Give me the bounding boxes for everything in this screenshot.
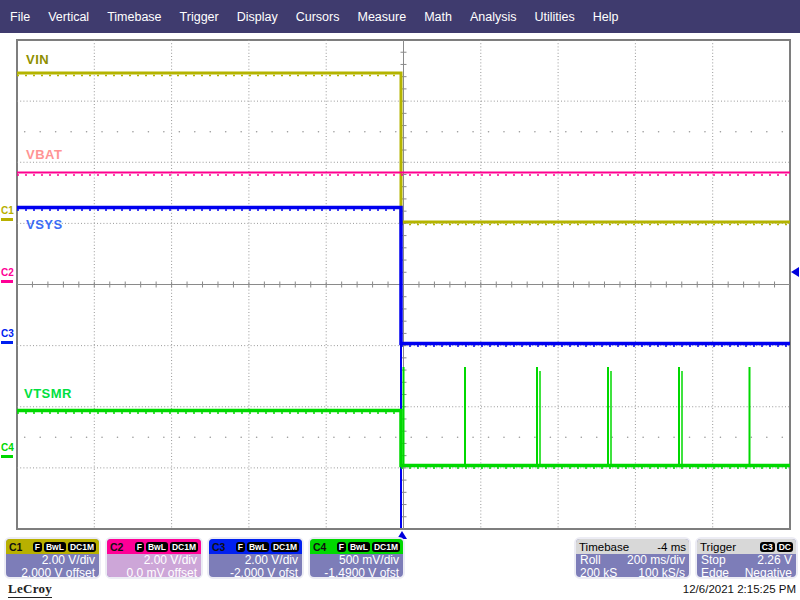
- channel-descriptor-c3-header: C3 F BwL DC1M: [209, 539, 302, 554]
- channel-marker-c2-label: C2: [1, 268, 16, 278]
- channel-descriptor-c2-header: C2 F BwL DC1M: [107, 539, 201, 554]
- menu-item-utilities[interactable]: Utilities: [525, 10, 583, 24]
- channel-id: C1: [9, 541, 22, 553]
- channel-descriptor-c4[interactable]: C4 F BwL DC1M 500 mV/div -1.4900 V ofst: [308, 537, 405, 579]
- menu-item-display[interactable]: Display: [228, 10, 287, 24]
- channel-badges: F BwL DC1M: [236, 542, 299, 552]
- trace-label-vin: VIN: [26, 52, 49, 67]
- channel-descriptor-c3-body: 2.00 V/div -2.000 V ofst: [209, 554, 302, 579]
- trigger-body: Stop 2.26 V Edge Negative: [697, 554, 796, 579]
- channel-marker-c4-bar: [1, 455, 13, 458]
- timebase-body: Roll 200 ms/div 200 kS 100 kS/s: [576, 554, 689, 579]
- timebase-delay: -4 ms: [657, 541, 686, 553]
- channel-marker-c1[interactable]: C1: [1, 206, 16, 221]
- channel-descriptor-c3[interactable]: C3 F BwL DC1M 2.00 V/div -2.000 V ofst: [207, 537, 304, 579]
- menu-item-file[interactable]: File: [1, 10, 39, 24]
- menu-item-cursors[interactable]: Cursors: [287, 10, 349, 24]
- waveform-display: [0, 33, 800, 530]
- lecroy-logo: LeCroy: [8, 581, 52, 598]
- coupling-badge: DC1M: [68, 542, 96, 552]
- trace-label-vbat: VBAT: [26, 147, 62, 162]
- trigger-coupling-badge: DC: [777, 542, 793, 552]
- sample-rate: 100 kS/s: [638, 567, 685, 579]
- menu-item-analysis[interactable]: Analysis: [461, 10, 526, 24]
- menu-bar: File Vertical Timebase Trigger Display C…: [0, 0, 800, 33]
- channel-descriptor-c4-header: C4 F BwL DC1M: [310, 539, 403, 554]
- channel-descriptor-c2[interactable]: C2 F BwL DC1M 2.00 V/div 0.0 mV offset: [105, 537, 203, 579]
- channel-descriptor-c1[interactable]: C1 F BwL DC1M 2.00 V/div 2.000 V offset: [4, 537, 101, 579]
- oscilloscope-window: File Vertical Timebase Trigger Display C…: [0, 0, 800, 600]
- channel-descriptor-c4-body: 500 mV/div -1.4900 V ofst: [310, 554, 403, 579]
- trigger-header: Trigger C3 DC: [697, 539, 796, 554]
- bandwidth-limit-badge: BwL: [146, 542, 168, 552]
- timebase-header: Timebase -4 ms: [576, 539, 689, 554]
- trigger-level-marker-icon[interactable]: [791, 267, 799, 277]
- timebase-title: Timebase: [579, 541, 629, 553]
- coupling-badge: DC1M: [271, 542, 299, 552]
- filter-badge: F: [33, 542, 42, 552]
- trigger-type: Edge: [701, 567, 729, 579]
- channel-marker-c1-label: C1: [1, 206, 16, 216]
- channel-descriptor-c2-body: 2.00 V/div 0.0 mV offset: [107, 554, 201, 579]
- trace-label-vtsmr: VTSMR: [24, 386, 72, 401]
- filter-badge: F: [236, 542, 245, 552]
- offset-value: 2.000 V offset: [10, 567, 95, 579]
- menu-item-timebase[interactable]: Timebase: [98, 10, 170, 24]
- channel-marker-c3-label: C3: [1, 329, 16, 339]
- offset-value: -2.000 V ofst: [213, 567, 298, 579]
- channel-marker-c1-bar: [1, 218, 13, 221]
- offset-value: -1.4900 V ofst: [314, 567, 399, 579]
- trigger-slope: Negative: [745, 567, 792, 579]
- status-bar: LeCroy 12/6/2021 2:15:25 PM: [0, 580, 800, 600]
- bandwidth-limit-badge: BwL: [247, 542, 269, 552]
- menu-item-math[interactable]: Math: [415, 10, 461, 24]
- filter-badge: F: [135, 542, 144, 552]
- channel-marker-c2-bar: [1, 280, 13, 283]
- channel-descriptor-c1-header: C1 F BwL DC1M: [6, 539, 99, 554]
- trigger-box[interactable]: Trigger C3 DC Stop 2.26 V Edge Negative: [695, 537, 798, 579]
- trigger-source-badge: C3: [760, 542, 775, 552]
- trigger-badges: C3 DC: [760, 542, 793, 552]
- channel-marker-c3-bar: [1, 341, 13, 344]
- sample-count: 200 kS: [580, 567, 617, 579]
- menu-item-help[interactable]: Help: [584, 10, 628, 24]
- coupling-badge: DC1M: [170, 542, 198, 552]
- timebase-box[interactable]: Timebase -4 ms Roll 200 ms/div 200 kS 10…: [574, 537, 691, 579]
- channel-descriptor-c1-body: 2.00 V/div 2.000 V offset: [6, 554, 99, 579]
- trigger-title: Trigger: [700, 541, 736, 553]
- channel-marker-c3[interactable]: C3: [1, 329, 16, 344]
- channel-marker-c4[interactable]: C4: [1, 443, 16, 458]
- channel-id: C4: [313, 541, 326, 553]
- channel-badges: F BwL DC1M: [337, 542, 400, 552]
- channel-id: C3: [212, 541, 225, 553]
- coupling-badge: DC1M: [372, 542, 400, 552]
- channel-id: C2: [110, 541, 123, 553]
- bandwidth-limit-badge: BwL: [348, 542, 370, 552]
- menu-item-measure[interactable]: Measure: [348, 10, 415, 24]
- datetime-label: 12/6/2021 2:15:25 PM: [683, 583, 796, 595]
- filter-badge: F: [337, 542, 346, 552]
- trace-label-vsys: VSYS: [26, 217, 63, 232]
- channel-badges: F BwL DC1M: [33, 542, 96, 552]
- channel-badges: F BwL DC1M: [135, 542, 198, 552]
- channel-marker-c2[interactable]: C2: [1, 268, 16, 283]
- menu-item-vertical[interactable]: Vertical: [39, 10, 98, 24]
- offset-value: 0.0 mV offset: [111, 567, 197, 579]
- bandwidth-limit-badge: BwL: [44, 542, 66, 552]
- menu-item-trigger[interactable]: Trigger: [171, 10, 228, 24]
- channel-marker-c4-label: C4: [1, 443, 16, 453]
